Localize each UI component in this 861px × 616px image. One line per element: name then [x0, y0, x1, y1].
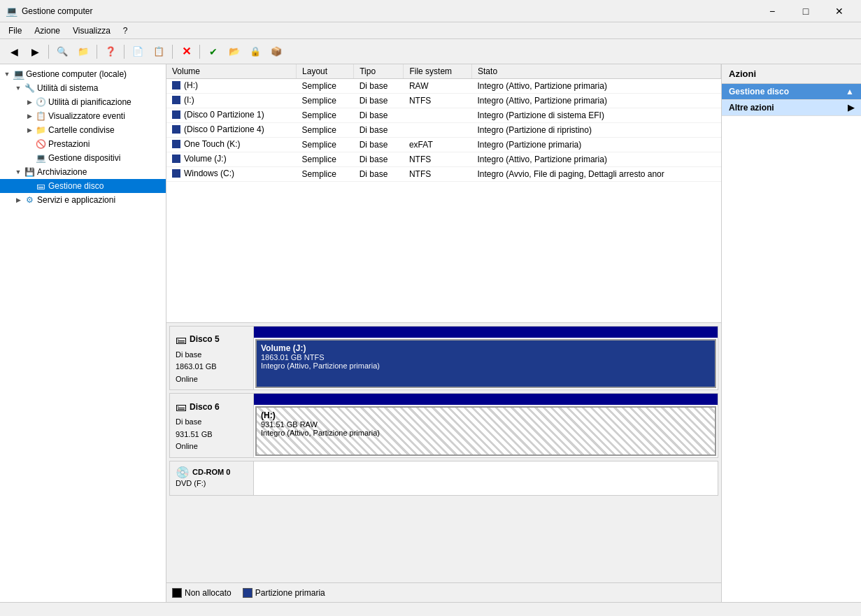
diskmgmt-icon: 🖴 — [35, 180, 46, 192]
check-button[interactable]: ✔ — [204, 43, 223, 61]
table-row[interactable]: Volume (J:)SempliceDi baseNTFSIntegro (A… — [166, 152, 721, 167]
toolbar-sep-4 — [172, 45, 173, 59]
toolbar-sep-2 — [97, 45, 97, 59]
tree-item-diskmgmt[interactable]: 🖴 Gestione disco — [0, 179, 166, 193]
tree-item-devices[interactable]: 💻 Gestione dispositivi — [0, 151, 166, 165]
back-button[interactable]: ◀ — [4, 43, 24, 61]
table-row[interactable]: (Disco 0 Partizione 4)SempliceDi baseInt… — [166, 123, 721, 138]
cell-volume: (H:) — [166, 79, 297, 94]
tree-arrow-root: ▼ — [1, 69, 13, 80]
disk6-part-name: (H:) — [261, 410, 711, 420]
cell-layout: Semplice — [297, 123, 354, 138]
tree-arrow-diskmgmt — [24, 180, 35, 192]
tree-arrow-shares: ▶ — [24, 124, 35, 136]
cell-volume: (Disco 0 Partizione 1) — [166, 108, 297, 123]
table-row[interactable]: (Disco 0 Partizione 1)SempliceDi baseInt… — [166, 108, 721, 123]
devices-icon: 💻 — [35, 152, 46, 164]
cell-stato: Integro (Attivo, Partizione primaria) — [472, 79, 721, 94]
help-button[interactable]: ❓ — [101, 43, 120, 61]
volume-table-area[interactable]: Volume Layout Tipo File system Stato (H:… — [166, 64, 721, 323]
tree-arrow-events: ▶ — [24, 110, 35, 122]
table-row[interactable]: (H:)SempliceDi baseRAWIntegro (Attivo, P… — [166, 79, 721, 94]
disk6-name: Disco 6 — [190, 401, 220, 414]
cell-fs — [404, 123, 472, 138]
folder2-button[interactable]: 📂 — [225, 43, 244, 61]
cell-tipo: Di base — [354, 167, 404, 182]
action-other-label: Altre azioni — [729, 103, 774, 113]
tree-label-devices: Gestione dispositivi — [48, 153, 120, 163]
action-section-other-title[interactable]: Altre azioni ▶ — [722, 100, 861, 115]
tree-item-root[interactable]: ▼ 💻 Gestione computer (locale) — [0, 67, 166, 81]
col-fs[interactable]: File system — [404, 64, 472, 79]
cell-fs: RAW — [404, 79, 472, 94]
tree-label-shares: Cartelle condivise — [48, 125, 115, 135]
toolbar-sep-1 — [48, 45, 49, 59]
cdrom-name: CD-ROM 0 — [192, 468, 230, 476]
cell-layout: Semplice — [297, 167, 354, 182]
tree-label-scheduler: Utilità di pianificazione — [48, 97, 131, 107]
disk5-name: Disco 5 — [190, 333, 220, 346]
cell-stato: Integro (Partizione di ripristino) — [472, 123, 721, 138]
legend-unallocated-label: Non allocato — [185, 588, 232, 598]
disk6-partition-h[interactable]: (H:) 931.51 GB RAW Integro (Attivo, Part… — [255, 406, 716, 455]
tree-item-services[interactable]: ▶ ⚙ Servizi e applicazioni — [0, 193, 166, 207]
folders-button[interactable]: 📁 — [73, 43, 93, 61]
toolbar-sep-5 — [199, 45, 200, 59]
export-button[interactable]: 📦 — [266, 43, 286, 61]
menu-help[interactable]: ? — [118, 24, 134, 37]
menu-view[interactable]: Visualizza — [67, 24, 116, 37]
disk5-partition-j[interactable]: Volume (J:) 1863.01 GB NTFS Integro (Att… — [255, 339, 716, 388]
app-icon: 💻 — [6, 6, 17, 17]
shares-icon: 📁 — [35, 124, 46, 136]
tree-item-shares[interactable]: ▶ 📁 Cartelle condivise — [0, 123, 166, 137]
new-button[interactable]: 📄 — [128, 43, 148, 61]
disk6-type: Di base — [176, 416, 248, 429]
tree-panel[interactable]: ▼ 💻 Gestione computer (locale) ▼ 🔧 Utili… — [0, 64, 166, 602]
col-layout[interactable]: Layout — [297, 64, 354, 79]
forward-button[interactable]: ▶ — [25, 43, 45, 61]
col-tipo[interactable]: Tipo — [354, 64, 404, 79]
main-layout: ▼ 💻 Gestione computer (locale) ▼ 🔧 Utili… — [0, 64, 861, 602]
events-icon: 📋 — [35, 110, 46, 122]
table-row[interactable]: Windows (C:)SempliceDi baseNTFSIntegro (… — [166, 167, 721, 182]
disk6-status: Online — [176, 440, 248, 453]
delete-button[interactable]: ✕ — [176, 43, 196, 61]
tree-item-storage[interactable]: ▼ 💾 Archiviazione — [0, 165, 166, 179]
action-section-other: Altre azioni ▶ — [722, 100, 861, 116]
table-row[interactable]: (I:)SempliceDi baseNTFSIntegro (Attivo, … — [166, 94, 721, 108]
col-stato[interactable]: Stato — [472, 64, 721, 79]
tree-item-events[interactable]: ▶ 📋 Visualizzatore eventi — [0, 109, 166, 123]
disk5-part-status: Integro (Attivo, Partizione primaria) — [261, 361, 711, 370]
col-volume[interactable]: Volume — [166, 64, 297, 79]
tree-item-utilities[interactable]: ▼ 🔧 Utilità di sistema — [0, 81, 166, 95]
cell-stato: Integro (Partizione primaria) — [472, 138, 721, 152]
tree-label-perf: Prestazioni — [48, 139, 90, 149]
minimize-button[interactable]: − — [756, 0, 788, 22]
search-button[interactable]: 🔍 — [52, 43, 72, 61]
tree-label-events: Visualizzatore eventi — [48, 111, 125, 121]
cell-volume: Volume (J:) — [166, 152, 297, 167]
cell-tipo: Di base — [354, 79, 404, 94]
actions-panel: Azioni Gestione disco ▲ Altre azioni ▶ — [721, 64, 861, 602]
cell-stato: Integro (Attivo, Partizione primaria) — [472, 152, 721, 167]
properties-button[interactable]: 📋 — [149, 43, 169, 61]
tree-item-scheduler[interactable]: ▶ 🕐 Utilità di pianificazione — [0, 95, 166, 109]
menu-file[interactable]: File — [3, 24, 27, 37]
menu-action[interactable]: Azione — [29, 24, 66, 37]
action-other-arrow: ▶ — [848, 103, 854, 113]
lock-button[interactable]: 🔒 — [246, 43, 265, 61]
disk-map-area[interactable]: 🖴 Disco 5 Di base 1863.01 GB Online Volu… — [166, 323, 721, 582]
table-row[interactable]: One Touch (K:)SempliceDi baseexFATIntegr… — [166, 138, 721, 152]
disk5-status: Online — [176, 373, 248, 386]
tree-arrow-storage: ▼ — [13, 166, 24, 178]
cell-tipo: Di base — [354, 138, 404, 152]
legend-primary-box — [243, 588, 252, 598]
disk6-info: 🖴 Disco 6 Di base 931.51 GB Online — [169, 393, 253, 457]
tree-label-diskmgmt: Gestione disco — [48, 181, 104, 191]
maximize-button[interactable]: □ — [790, 0, 822, 22]
close-button[interactable]: ✕ — [823, 0, 855, 22]
action-section-disk-title[interactable]: Gestione disco ▲ — [722, 84, 861, 99]
tree-item-perf[interactable]: 🚫 Prestazioni — [0, 137, 166, 151]
tree-label-storage: Archiviazione — [37, 167, 87, 177]
cdrom-partitions — [253, 461, 718, 496]
